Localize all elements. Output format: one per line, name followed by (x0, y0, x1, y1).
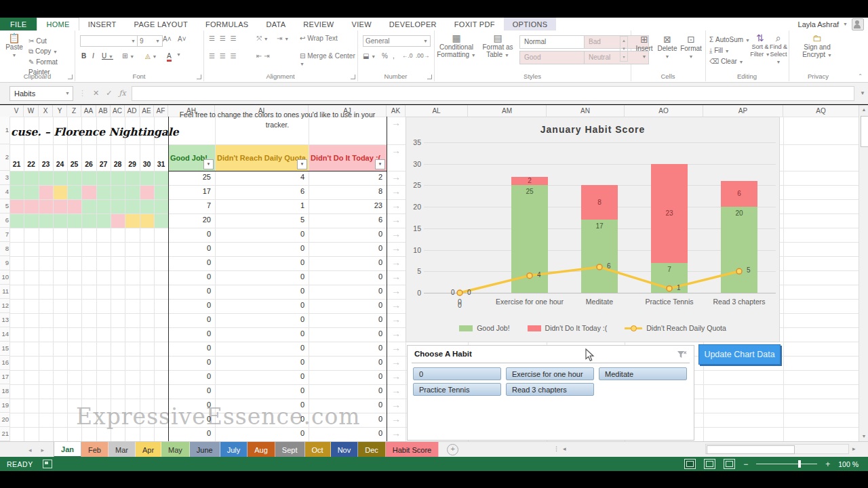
direction-button[interactable]: ⇥ ▼ (277, 35, 289, 42)
sheet-tab-may[interactable]: May (161, 442, 190, 458)
wrap-text-button[interactable]: ↩ Wrap Text (300, 35, 338, 42)
column-header-AP[interactable]: AP (703, 105, 783, 117)
normal-view-button[interactable] (684, 459, 696, 469)
filter-dropdown-button[interactable]: ▼ (297, 159, 307, 169)
tab-foxit-pdf[interactable]: FOXIT PDF (446, 18, 504, 30)
tab-view[interactable]: VIEW (343, 18, 380, 30)
row-header-1[interactable]: 1 (0, 117, 10, 144)
tab-home[interactable]: HOME (37, 18, 79, 30)
scroll-down-arrow[interactable]: ▼ (859, 432, 868, 441)
vertical-scroll-thumb[interactable] (861, 116, 868, 147)
sheet-tab-oct[interactable]: Oct (305, 442, 331, 458)
column-header-AF[interactable]: AF (154, 105, 168, 117)
horizontal-scrollbar[interactable] (705, 444, 849, 454)
sort-filter-button[interactable]: ⇅Sort & Filter ▼ (750, 35, 770, 58)
column-header-W[interactable]: W (24, 105, 39, 117)
formula-bar-expand[interactable]: ▼ (857, 90, 868, 96)
paste-button[interactable]: 📋 Paste▼ (3, 35, 26, 59)
font-dialog-launcher[interactable] (197, 75, 201, 79)
zoom-slider[interactable] (756, 464, 817, 464)
sheet-tab-nov[interactable]: Nov (331, 442, 359, 458)
row-header-17[interactable]: 17 (0, 370, 10, 384)
habit-chart[interactable]: January Habit Score 0510152025303500252E… (406, 117, 780, 342)
row-header-8[interactable]: 8 (0, 242, 10, 256)
zoom-level[interactable]: 100 % (838, 460, 859, 468)
orientation-button[interactable]: ⤧ ▼ (256, 35, 269, 43)
hscroll-right-arrow[interactable]: ▸ (852, 445, 856, 452)
decrease-decimal-button[interactable]: .00→ (416, 52, 429, 59)
row-header-14[interactable]: 14 (0, 327, 10, 342)
tabbar-more-icon[interactable]: ⋮ (553, 445, 559, 452)
merge-center-button[interactable]: ⊟ Merge & Center ▼ (300, 52, 357, 67)
underline-button[interactable]: U ▼ (102, 52, 113, 60)
row-header-16[interactable]: 16 (0, 356, 10, 370)
sheet-tab-habit-score[interactable]: Habit Score (386, 442, 439, 458)
sheet-tab-june[interactable]: June (190, 442, 220, 458)
column-header-AB[interactable]: AB (96, 105, 111, 117)
column-header-AC[interactable]: AC (111, 105, 125, 117)
row-header-7[interactable]: 7 (0, 228, 10, 242)
slicer-item[interactable]: Practice Tennis (413, 383, 501, 396)
tab-options[interactable]: OPTIONS (504, 18, 557, 30)
page-layout-view-button[interactable] (704, 459, 715, 469)
habit-slicer[interactable]: Choose A Habit 0Exercise for one hourMed… (407, 345, 694, 441)
vertical-align-buttons[interactable]: ☰ ☰ ☰ (209, 35, 237, 42)
clear-filter-icon[interactable] (677, 350, 687, 360)
autosum-button[interactable]: Σ AutoSum ▼ (709, 35, 750, 45)
row-header-6[interactable]: 6 (0, 214, 10, 228)
font-name-combo[interactable]: ▼ (80, 35, 138, 47)
column-header-AL[interactable]: AL (406, 105, 468, 117)
tab-review[interactable]: REVIEW (294, 18, 342, 30)
indent-buttons[interactable]: ⇤ ⇥ (256, 52, 270, 60)
column-header-AK[interactable]: AK (387, 105, 406, 117)
row-header-5[interactable]: 5 (0, 199, 10, 214)
conditional-formatting-button[interactable]: ▦ Conditional Formatting ▼ (435, 35, 477, 59)
style-normal[interactable]: Normal (519, 35, 585, 49)
sheet-tab-july[interactable]: July (220, 442, 248, 458)
sheet-tab-jan[interactable]: Jan (54, 442, 81, 458)
row-header-18[interactable]: 18 (0, 384, 10, 399)
column-header-AE[interactable]: AE (140, 105, 154, 117)
row-header-11[interactable]: 11 (0, 285, 10, 299)
formula-input[interactable] (132, 86, 854, 101)
column-header-AO[interactable]: AO (625, 105, 703, 117)
row-header-15[interactable]: 15 (0, 342, 10, 356)
sheet-tab-dec[interactable]: Dec (358, 442, 386, 458)
user-account[interactable]: Layla Ashraf▼ (798, 18, 868, 30)
slicer-item[interactable]: 0 (413, 367, 501, 380)
font-color-button[interactable]: A (167, 52, 172, 62)
zoom-out-button[interactable]: − (743, 460, 748, 469)
sign-encrypt-button[interactable]: 🗀 Sign and Encrypt ▼ (797, 35, 837, 59)
row-header-19[interactable]: 19 (0, 399, 10, 413)
update-chart-data-button[interactable]: Update Chart Data (698, 344, 781, 365)
tab-data[interactable]: DATA (257, 18, 294, 30)
sheet-tab-sept[interactable]: Sept (275, 442, 305, 458)
accounting-format-button[interactable]: ⬓ ▼ (363, 52, 376, 60)
filter-dropdown-button[interactable]: ▼ (375, 159, 385, 169)
slicer-item[interactable]: Exercise for one hour (506, 367, 594, 380)
styles-gallery-scroll[interactable]: ▲▼▾ (620, 36, 628, 62)
tab-developer[interactable]: DEVELOPER (380, 18, 446, 30)
filter-dropdown-button[interactable]: ▼ (203, 159, 214, 169)
collapse-ribbon-button[interactable]: ⌃ (858, 73, 863, 79)
scroll-up-arrow[interactable]: ▲ (859, 105, 868, 115)
insert-function-button[interactable]: ƒx (119, 89, 125, 98)
shrink-font-button[interactable]: A˅ (178, 35, 186, 43)
format-cells-button[interactable]: ⊡Format▼ (679, 36, 703, 60)
column-header-Y[interactable]: Y (53, 105, 67, 117)
row-header-9[interactable]: 9 (0, 256, 10, 270)
new-sheet-button[interactable]: + (447, 444, 458, 455)
copy-button[interactable]: ⧉ Copy ▼ (28, 46, 75, 57)
clipboard-dialog-launcher[interactable] (68, 75, 73, 79)
row-header-20[interactable]: 20 (0, 413, 10, 427)
clear-button[interactable]: ⌫ Clear ▼ (709, 56, 750, 67)
number-format-combo[interactable]: General▼ (363, 35, 431, 47)
column-header-Z[interactable]: Z (67, 105, 81, 117)
percent-button[interactable]: % (382, 52, 388, 60)
find-select-button[interactable]: ⌕Find & Select ▼ (769, 35, 788, 66)
fill-button[interactable]: ⤓ Fill ▼ (709, 45, 750, 56)
comma-button[interactable]: , (393, 52, 395, 60)
format-as-table-button[interactable]: ▤ Format as Table ▼ (479, 35, 517, 59)
column-header-AM[interactable]: AM (468, 105, 547, 117)
slicer-item[interactable]: Read 3 chapters (506, 383, 594, 396)
